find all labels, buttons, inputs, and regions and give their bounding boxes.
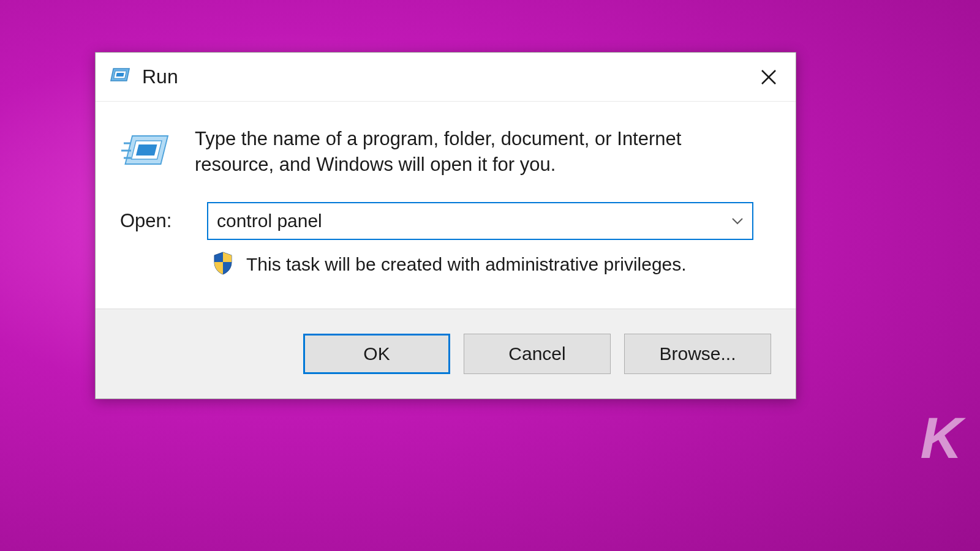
- admin-notice-row: This task will be created with administr…: [120, 251, 771, 278]
- dialog-footer: OK Cancel Browse...: [96, 309, 796, 399]
- close-button[interactable]: [754, 62, 783, 92]
- svg-rect-2: [116, 73, 124, 77]
- dialog-title: Run: [142, 66, 178, 88]
- run-large-icon: [120, 131, 176, 176]
- dialog-body: Type the name of a program, folder, docu…: [96, 102, 796, 309]
- titlebar: Run: [96, 53, 796, 102]
- watermark: K: [920, 405, 960, 471]
- instruction-row: Type the name of a program, folder, docu…: [120, 126, 771, 178]
- open-input[interactable]: [208, 203, 723, 239]
- chevron-down-icon: [731, 217, 744, 225]
- instruction-text: Type the name of a program, folder, docu…: [195, 126, 728, 178]
- browse-button[interactable]: Browse...: [624, 334, 771, 374]
- open-combobox[interactable]: [207, 202, 753, 240]
- run-icon: [110, 66, 132, 88]
- run-dialog: Run Type the name of a program, folder, …: [95, 52, 796, 399]
- shield-icon: [212, 251, 234, 278]
- close-icon: [761, 69, 777, 85]
- dropdown-arrow[interactable]: [723, 203, 752, 239]
- svg-rect-7: [136, 144, 157, 156]
- ok-button[interactable]: OK: [303, 334, 450, 374]
- open-row: Open:: [120, 202, 771, 240]
- admin-notice-text: This task will be created with administr…: [246, 254, 687, 275]
- open-label: Open:: [120, 210, 181, 232]
- cancel-button[interactable]: Cancel: [464, 334, 611, 374]
